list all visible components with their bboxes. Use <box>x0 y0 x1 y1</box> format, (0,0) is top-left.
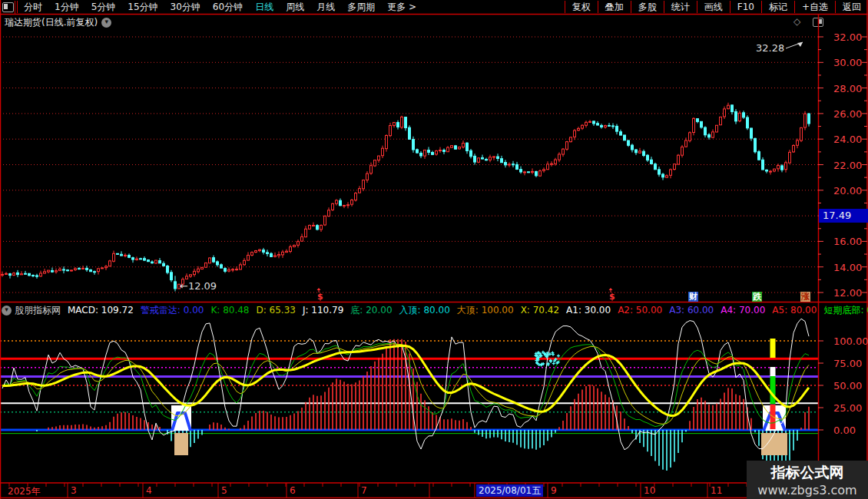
price-label: 16.00 <box>833 236 862 247</box>
chart-canvas[interactable] <box>0 0 868 499</box>
month-label: 7 <box>361 485 367 496</box>
indicator-value-3: 警戒雷达: 0.00 <box>141 304 204 317</box>
month-label: 5 <box>221 485 227 496</box>
indicator-value-15: A5: 80.00 <box>772 305 817 316</box>
indicator-axis-label: 25.00 <box>833 402 862 414</box>
indicator-value-10: X: 70.42 <box>521 305 559 316</box>
indicator-axis-label: 100.00 <box>833 335 868 347</box>
price-label: 26.00 <box>833 107 862 119</box>
price-label: 32.00 <box>833 31 862 43</box>
event-flag[interactable]: $ <box>316 292 324 302</box>
collapse-icon[interactable]: ▾ <box>2 306 12 316</box>
indicator-value-8: 入顶: 80.00 <box>399 304 450 317</box>
trading-app-window: 分时1分钟5分钟15分钟30分钟60分钟日线周线月线多周期更多 > 复权叠加多股… <box>0 0 868 499</box>
event-flag[interactable]: 跌 <box>752 292 762 302</box>
price-label: 24.00 <box>833 134 862 145</box>
high-annotation: 32.28 <box>756 42 784 54</box>
indicator-axis-label: 50.00 <box>833 380 862 392</box>
cursor-date-badge: 2025/08/01五 <box>476 484 543 497</box>
price-label: 30.00 <box>833 57 862 68</box>
indicator-value-5: D: 65.33 <box>257 305 296 316</box>
price-label: 12.00 <box>833 287 862 299</box>
event-flag[interactable]: 财 <box>688 292 698 302</box>
indicator-value-2: MACD: 109.72 <box>68 305 134 316</box>
price-label: 14.00 <box>833 261 862 273</box>
indicator-value-1: 股朋指标网 <box>15 304 61 317</box>
month-label: 10 <box>644 485 655 496</box>
indicator-value-16: 短期底部: 0.00 <box>823 304 868 317</box>
month-label: 3 <box>71 485 77 496</box>
indicator-axis-label: 0.00 <box>833 425 856 436</box>
current-price-badge: 17.49 <box>819 209 868 223</box>
price-label: 28.00 <box>833 82 862 94</box>
watermark-url: www.zbgs3.com <box>747 483 868 497</box>
indicator-value-6: J: 110.79 <box>303 305 343 316</box>
indicator-value-11: A1: 30.00 <box>566 305 611 316</box>
watermark-title: 指标公式网 <box>747 463 868 483</box>
month-label: 6 <box>290 485 296 496</box>
event-flag[interactable]: 涨 <box>800 292 810 302</box>
month-label: 9 <box>551 485 557 496</box>
indicator-value-7: 底: 20.00 <box>350 304 392 317</box>
month-label: 4 <box>146 485 152 496</box>
price-label: 20.00 <box>833 184 862 196</box>
year-label: 2025年 <box>8 485 41 498</box>
indicator-header: ▾ 股朋指标网MACD: 109.72警戒雷达: 0.00K: 80.48D: … <box>2 303 868 317</box>
event-flag[interactable]: $ <box>608 292 616 302</box>
indicator-value-12: A2: 50.00 <box>618 305 662 316</box>
watermark: 指标公式网 www.zbgs3.com <box>747 461 868 499</box>
indicator-value-13: A3: 60.00 <box>669 305 714 316</box>
indicator-value-9: 大顶: 100.00 <box>457 304 514 317</box>
indicator-axis-label: 75.00 <box>833 358 862 369</box>
low-annotation: ←12.09 <box>180 280 217 292</box>
month-label: 11 <box>711 485 722 496</box>
indicator-value-4: K: 80.48 <box>210 305 249 316</box>
indicator-value-14: A4: 70.00 <box>721 305 765 316</box>
price-label: 22.00 <box>833 159 862 170</box>
